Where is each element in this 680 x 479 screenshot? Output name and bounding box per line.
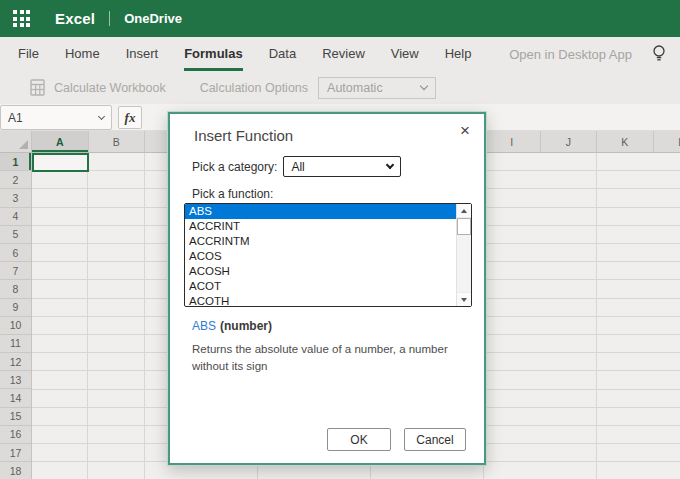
row-header-5[interactable]: 5: [0, 226, 31, 244]
chevron-down-icon: [98, 112, 105, 119]
ok-button[interactable]: OK: [327, 428, 391, 451]
insert-function-fx-button[interactable]: fx: [118, 106, 142, 129]
column-header-j[interactable]: J: [541, 131, 598, 152]
open-in-desktop-link[interactable]: Open in Desktop App: [509, 47, 632, 62]
row-header-4[interactable]: 4: [0, 208, 31, 226]
select-all-triangle-icon: [19, 140, 28, 149]
column-header-i[interactable]: I: [484, 131, 541, 152]
tab-formulas[interactable]: Formulas: [184, 37, 243, 71]
formulas-ribbon: Calculate Workbook Calculation Options A…: [0, 71, 680, 104]
row-header-12[interactable]: 12: [0, 353, 31, 371]
selected-cell-a1[interactable]: [32, 153, 89, 172]
tab-insert[interactable]: Insert: [126, 37, 159, 71]
tab-view[interactable]: View: [391, 37, 419, 71]
listbox-scrollbar[interactable]: [456, 204, 471, 306]
row-header-14[interactable]: 14: [0, 389, 31, 407]
function-item-acoth[interactable]: ACOTH: [185, 293, 471, 307]
row-header-16[interactable]: 16: [0, 426, 31, 444]
chevron-down-icon: [386, 160, 394, 168]
category-row: Pick a category: All: [192, 156, 401, 177]
calculate-workbook-button[interactable]: Calculate Workbook: [54, 81, 166, 95]
calculation-mode-value: Automatic: [327, 81, 383, 95]
function-item-acos[interactable]: ACOS: [185, 249, 471, 264]
row-header-18[interactable]: 18: [0, 462, 31, 479]
column-header-b[interactable]: B: [89, 131, 146, 152]
insert-function-dialog: Insert Function × Pick a category: All P…: [168, 112, 486, 465]
calculation-mode-dropdown[interactable]: Automatic: [318, 77, 436, 99]
column-header-k[interactable]: K: [597, 131, 654, 152]
signature-function-name: ABS: [192, 319, 216, 333]
name-box[interactable]: A1: [0, 105, 112, 130]
select-all-corner[interactable]: [0, 131, 32, 152]
function-signature: ABS(number): [192, 319, 272, 333]
row-header-6[interactable]: 6: [0, 244, 31, 262]
row-header-15[interactable]: 15: [0, 408, 31, 426]
signature-arguments: (number): [220, 319, 272, 333]
function-description: Returns the absolute value of a number, …: [192, 341, 478, 376]
row-header-3[interactable]: 3: [0, 189, 31, 207]
scroll-down-icon[interactable]: [457, 292, 471, 306]
ribbon-tabs: FileHomeInsertFormulasDataReviewViewHelp: [0, 37, 471, 71]
tab-file[interactable]: File: [18, 37, 39, 71]
calculate-workbook-icon: [30, 79, 45, 96]
row-header-13[interactable]: 13: [0, 371, 31, 389]
excel-online-window: Excel OneDrive FileHomeInsertFormulasDat…: [0, 0, 680, 479]
row-header-10[interactable]: 10: [0, 317, 31, 335]
row-header-17[interactable]: 17: [0, 444, 31, 462]
tell-me-lightbulb-icon[interactable]: [650, 44, 668, 64]
tab-help[interactable]: Help: [445, 37, 472, 71]
scrollbar-thumb[interactable]: [457, 218, 471, 235]
tab-data[interactable]: Data: [269, 37, 296, 71]
cancel-button[interactable]: Cancel: [404, 428, 466, 451]
function-item-accrintm[interactable]: ACCRINTM: [185, 234, 471, 249]
scroll-up-icon[interactable]: [457, 204, 471, 218]
top-app-bar: Excel OneDrive: [0, 0, 680, 37]
menubar-right: Open in Desktop App: [509, 37, 680, 71]
row-header-1[interactable]: 1: [0, 153, 31, 171]
function-item-acosh[interactable]: ACOSH: [185, 264, 471, 279]
column-header-l[interactable]: L: [654, 131, 680, 152]
category-select[interactable]: All: [283, 156, 401, 177]
function-item-acot[interactable]: ACOT: [185, 278, 471, 293]
row-headers: 123456789101112131415161718: [0, 153, 32, 479]
row-header-7[interactable]: 7: [0, 262, 31, 280]
row-header-9[interactable]: 9: [0, 299, 31, 317]
tab-home[interactable]: Home: [65, 37, 100, 71]
tab-review[interactable]: Review: [322, 37, 365, 71]
close-icon[interactable]: ×: [458, 120, 472, 141]
dialog-buttons: OK Cancel: [327, 428, 466, 451]
ribbon-tab-bar: FileHomeInsertFormulasDataReviewViewHelp…: [0, 37, 680, 71]
title-divider: [109, 11, 110, 26]
app-title: Excel: [55, 10, 95, 27]
function-listbox: ABSACCRINTACCRINTMACOSACOSHACOTACOTH: [184, 203, 472, 307]
function-list-label: Pick a function:: [192, 187, 273, 201]
column-header-a[interactable]: A: [32, 131, 89, 152]
chevron-down-icon: [420, 82, 428, 90]
category-value: All: [291, 160, 304, 174]
app-launcher-icon[interactable]: [13, 10, 30, 27]
dialog-title: Insert Function: [194, 127, 293, 144]
function-item-abs[interactable]: ABS: [185, 204, 471, 219]
function-item-accrint[interactable]: ACCRINT: [185, 219, 471, 234]
function-items: ABSACCRINTACCRINTMACOSACOSHACOTACOTH: [185, 204, 471, 307]
row-header-2[interactable]: 2: [0, 171, 31, 189]
name-box-value: A1: [8, 111, 23, 125]
calculation-options-label[interactable]: Calculation Options: [200, 81, 308, 95]
service-title[interactable]: OneDrive: [124, 11, 182, 26]
row-header-11[interactable]: 11: [0, 335, 31, 353]
category-label: Pick a category:: [192, 160, 277, 174]
row-header-8[interactable]: 8: [0, 280, 31, 298]
